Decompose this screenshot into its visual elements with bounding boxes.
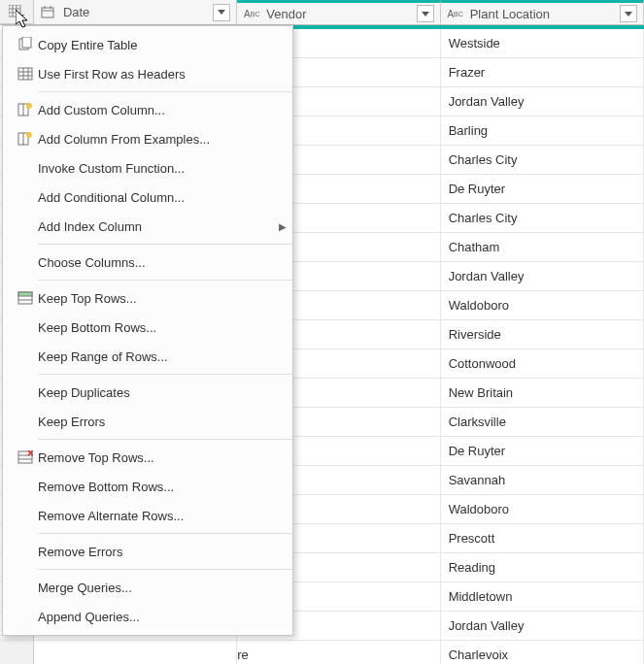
date-type-icon xyxy=(40,6,57,19)
column-header-plant-location[interactable]: ABC Plant Location xyxy=(441,0,644,24)
menu-item[interactable]: Add Custom Column... xyxy=(3,95,292,124)
menu-item[interactable]: Remove Errors xyxy=(3,537,292,566)
cell-plant-location[interactable]: Savannah xyxy=(441,466,644,494)
menu-item[interactable]: Append Queries... xyxy=(3,602,292,631)
cell-plant-location[interactable]: Riverside xyxy=(441,320,644,349)
remove-rows-icon xyxy=(13,450,38,464)
cell-plant-location[interactable]: Barling xyxy=(441,116,644,145)
cell-plant-location[interactable]: New Britain xyxy=(441,379,644,407)
svg-rect-15 xyxy=(18,68,32,80)
submenu-arrow-icon: ▶ xyxy=(273,221,292,232)
column-header-date[interactable]: Date xyxy=(34,0,237,24)
menu-item-label: Remove Errors xyxy=(38,545,292,559)
add-col-ex-icon xyxy=(13,132,38,146)
svg-rect-0 xyxy=(9,5,20,17)
menu-item-label: Keep Top Rows... xyxy=(38,291,292,306)
menu-item[interactable]: Keep Errors xyxy=(3,407,292,436)
cell-plant-location[interactable]: Jordan Valley xyxy=(441,612,644,640)
cell-plant-location[interactable]: Charles City xyxy=(441,146,644,174)
menu-item[interactable]: Choose Columns... xyxy=(3,248,292,277)
column-header-label: Plant Location xyxy=(470,7,620,21)
cell-plant-location[interactable]: Jordan Valley xyxy=(441,262,644,290)
menu-item[interactable]: Remove Top Rows... xyxy=(3,443,292,472)
menu-item-label: Keep Range of Rows... xyxy=(38,349,292,364)
svg-rect-14 xyxy=(22,37,31,48)
menu-separator xyxy=(38,91,292,92)
text-type-icon: ABC xyxy=(447,9,464,19)
menu-item-label: Copy Entire Table xyxy=(38,38,292,52)
column-filter-button[interactable] xyxy=(213,4,230,21)
svg-marker-12 xyxy=(625,12,632,17)
cell-plant-location[interactable]: Clarksville xyxy=(441,408,644,436)
menu-item-label: Keep Duplicates xyxy=(38,385,292,400)
menu-item[interactable]: Invoke Custom Function... xyxy=(3,153,292,183)
menu-item[interactable]: Keep Top Rows... xyxy=(3,283,292,313)
menu-item-label: Remove Alternate Rows... xyxy=(38,509,292,523)
menu-separator xyxy=(38,569,292,570)
menu-separator xyxy=(38,533,292,534)
cell-plant-location[interactable]: Chatham xyxy=(441,233,644,261)
cell-plant-location[interactable]: Middletown xyxy=(441,582,644,611)
svg-point-22 xyxy=(26,103,32,109)
keep-rows-icon xyxy=(13,291,38,305)
svg-marker-5 xyxy=(20,15,24,17)
add-col-icon xyxy=(13,103,38,116)
menu-item-label: Choose Columns... xyxy=(38,255,292,270)
copy-icon xyxy=(13,37,38,52)
table-corner-menu-button[interactable] xyxy=(0,0,34,24)
menu-separator xyxy=(38,439,292,440)
menu-item-label: Remove Top Rows... xyxy=(38,450,292,465)
menu-separator xyxy=(38,374,292,375)
cell-plant-location[interactable]: Cottonwood xyxy=(441,349,644,378)
menu-item-label: Append Queries... xyxy=(38,610,292,624)
svg-rect-27 xyxy=(18,292,32,296)
column-header-vendor[interactable]: ABC Vendor xyxy=(237,0,440,24)
cell-plant-location[interactable]: Charles City xyxy=(441,204,644,232)
svg-rect-6 xyxy=(42,8,53,17)
menu-item[interactable]: Remove Bottom Rows... xyxy=(3,472,292,501)
menu-item[interactable]: Add Index Column▶ xyxy=(3,212,292,241)
menu-item[interactable]: Copy Entire Table xyxy=(3,30,292,59)
table-icon xyxy=(13,67,38,81)
menu-item[interactable]: Add Conditional Column... xyxy=(3,183,292,212)
cell-date[interactable] xyxy=(34,641,237,664)
text-type-icon: ABC xyxy=(243,9,260,19)
svg-marker-10 xyxy=(218,10,225,15)
svg-point-25 xyxy=(26,132,32,138)
column-header-label: Vendor xyxy=(266,7,416,21)
column-filter-button[interactable] xyxy=(417,5,434,22)
menu-item-label: Add Index Column xyxy=(38,219,273,234)
cell-plant-location[interactable]: Jordan Valley xyxy=(441,87,644,116)
cell-plant-location[interactable]: Waldoboro xyxy=(441,291,644,319)
cell-plant-location[interactable]: Frazer xyxy=(441,58,644,86)
menu-item[interactable]: Merge Queries... xyxy=(3,573,292,602)
cell-plant-location[interactable]: Prescott xyxy=(441,524,644,552)
table-context-menu: Copy Entire TableUse First Row as Header… xyxy=(2,25,293,636)
menu-item-label: Invoke Custom Function... xyxy=(38,161,292,176)
cell-plant-location[interactable]: Waldoboro xyxy=(441,495,644,523)
table-row[interactable]: reCharlevoix xyxy=(0,641,644,664)
column-header-label: Date xyxy=(63,5,213,19)
cell-plant-location[interactable]: Westside xyxy=(441,29,644,57)
menu-separator xyxy=(38,244,292,245)
menu-item[interactable]: Add Column From Examples... xyxy=(3,124,292,153)
menu-item[interactable]: Remove Alternate Rows... xyxy=(3,501,292,530)
menu-item[interactable]: Keep Duplicates xyxy=(3,378,292,407)
menu-item-label: Add Custom Column... xyxy=(38,103,292,117)
row-number-cell[interactable] xyxy=(0,641,34,664)
cell-plant-location[interactable]: De Ruyter xyxy=(441,175,644,203)
cell-plant-location[interactable]: Charlevoix xyxy=(441,641,644,664)
menu-item[interactable]: Keep Range of Rows... xyxy=(3,342,292,371)
cell-vendor[interactable]: re xyxy=(237,641,440,664)
menu-item-label: Keep Errors xyxy=(38,415,292,429)
menu-item-label: Use First Row as Headers xyxy=(38,67,292,82)
menu-item-label: Add Column From Examples... xyxy=(38,132,292,147)
column-header-row: Date ABC Vendor ABC Plant Location xyxy=(0,0,644,25)
svg-marker-11 xyxy=(422,12,429,17)
cell-plant-location[interactable]: Reading xyxy=(441,553,644,581)
menu-item[interactable]: Keep Bottom Rows... xyxy=(3,313,292,342)
cell-plant-location[interactable]: De Ruyter xyxy=(441,437,644,465)
menu-item[interactable]: Use First Row as Headers xyxy=(3,59,292,88)
column-filter-button[interactable] xyxy=(620,5,637,22)
menu-item-label: Remove Bottom Rows... xyxy=(38,480,292,494)
